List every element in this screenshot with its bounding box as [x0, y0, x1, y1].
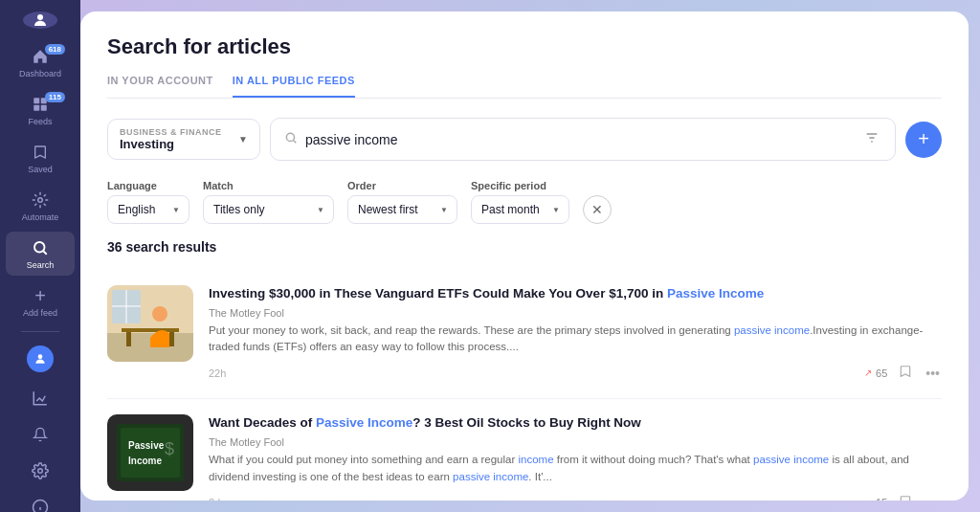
tab-public-feeds[interactable]: IN ALL PUBLIC FEEDS: [233, 75, 355, 98]
order-select[interactable]: Newest first Oldest first Most relevant: [347, 195, 457, 224]
tab-bar: IN YOUR ACCOUNT IN ALL PUBLIC FEEDS: [107, 75, 942, 99]
order-select-wrapper[interactable]: Newest first Oldest first Most relevant: [347, 195, 457, 224]
svg-text:Income: Income: [128, 456, 162, 466]
category-value: Investing: [120, 137, 231, 151]
sidebar-item-label: Feeds: [28, 117, 52, 126]
language-select[interactable]: English French Spanish German: [107, 195, 189, 224]
search-icon: [284, 131, 298, 147]
main-content: Search for articles IN YOUR ACCOUNT IN A…: [80, 11, 969, 501]
chevron-down-icon: ▼: [238, 134, 248, 145]
filter-language-label: Language: [107, 180, 189, 191]
svg-point-5: [38, 198, 43, 203]
period-select[interactable]: Past month Past week Past year All time: [471, 195, 569, 224]
svg-rect-20: [169, 332, 174, 346]
sidebar-item-search[interactable]: Search: [6, 232, 75, 276]
svg-rect-3: [33, 105, 39, 111]
period-select-wrapper[interactable]: Past month Past week Past year All time: [471, 195, 569, 224]
article-title-highlight: Passive Income: [667, 286, 764, 301]
dashboard-badge: 618: [45, 44, 65, 55]
sidebar: 618 Dashboard 115 Feeds Saved Automate S…: [0, 0, 80, 512]
bell-icon: [30, 424, 51, 445]
article-title-1[interactable]: Investing $30,000 in These Vanguard ETFs…: [209, 285, 942, 303]
search-input[interactable]: [305, 132, 855, 147]
feeds-badge: 115: [45, 92, 65, 102]
match-select-wrapper[interactable]: Titles only Full content Titles and cont…: [203, 195, 334, 224]
svg-text:$: $: [165, 439, 174, 458]
trending-icon-1: ↗: [864, 367, 872, 378]
more-button-1[interactable]: •••: [924, 364, 942, 383]
match-select[interactable]: Titles only Full content Titles and cont…: [203, 195, 334, 224]
svg-point-9: [33, 501, 48, 513]
filter-language: Language English French Spanish German: [107, 180, 189, 224]
avatar: [27, 345, 54, 372]
sidebar-item-automate[interactable]: Automate: [0, 184, 80, 228]
results-count: 36 search results: [107, 239, 942, 255]
info-icon: [30, 497, 51, 512]
sidebar-item-settings[interactable]: [0, 455, 80, 487]
article-actions-1: ↗ 65 •••: [864, 363, 942, 383]
article-trending-count-1: 65: [876, 367, 887, 379]
sidebar-item-label: Automate: [22, 212, 59, 222]
sidebar-item-label: Saved: [28, 165, 53, 174]
svg-rect-4: [41, 105, 47, 111]
more-button-2[interactable]: •••: [924, 493, 942, 501]
sidebar-bottom: [0, 327, 80, 512]
article-title-2[interactable]: Want Decades of Passive Income? 3 Best O…: [209, 414, 942, 433]
bookmark-icon: [30, 142, 51, 163]
clear-filters-button[interactable]: ✕: [583, 195, 612, 224]
article-footer-1: 22h ↗ 65 •••: [209, 363, 942, 383]
sidebar-item-dashboard[interactable]: 618 Dashboard: [0, 40, 80, 84]
bookmark-button-1[interactable]: [897, 363, 914, 383]
svg-point-0: [37, 14, 43, 20]
sidebar-item-label: Add feed: [23, 308, 57, 318]
filter-icon-btn[interactable]: [862, 128, 881, 150]
sidebar-item-profile-pic[interactable]: [0, 340, 80, 378]
svg-rect-1: [33, 98, 39, 103]
sidebar-item-info[interactable]: [0, 491, 80, 512]
sidebar-item-saved[interactable]: Saved: [0, 136, 80, 180]
sidebar-item-label: Dashboard: [19, 69, 61, 78]
tab-your-account[interactable]: IN YOUR ACCOUNT: [107, 75, 213, 98]
article-actions-2: ↗ 15 •••: [864, 493, 942, 501]
sidebar-item-analytics[interactable]: [0, 382, 80, 414]
filter-match: Match Titles only Full content Titles an…: [203, 180, 334, 224]
article-thumbnail-1: [107, 285, 193, 362]
bookmark-button-2[interactable]: [897, 493, 914, 501]
search-nav-icon: [30, 237, 51, 258]
article-excerpt-2: What if you could put money into somethi…: [209, 452, 942, 485]
category-select[interactable]: BUSINESS & FINANCE Investing ▼: [107, 119, 260, 160]
svg-rect-19: [126, 332, 131, 346]
sidebar-item-feeds[interactable]: 115 Feeds: [0, 88, 80, 132]
article-footer-2: 2d ↗ 15 •••: [209, 493, 942, 501]
trending-icon-2: ↗: [864, 498, 872, 501]
article-time-2: 2d: [209, 497, 220, 501]
article-stat-1: ↗ 65: [864, 367, 887, 379]
article-source-2: The Motley Fool: [209, 436, 942, 448]
article-content-1: Investing $30,000 in These Vanguard ETFs…: [209, 285, 942, 383]
svg-rect-18: [122, 328, 179, 332]
sidebar-divider: [21, 331, 59, 332]
article-card-2: Passive Income $ Want Decades of Passive…: [107, 399, 942, 501]
article-card: Investing $30,000 in These Vanguard ETFs…: [107, 270, 942, 399]
language-select-wrapper[interactable]: English French Spanish German: [107, 195, 189, 224]
filter-period-label: Specific period: [471, 180, 569, 191]
filter-order: Order Newest first Oldest first Most rel…: [347, 180, 457, 224]
analytics-icon: [30, 388, 51, 409]
article-content-2: Want Decades of Passive Income? 3 Best O…: [209, 414, 942, 501]
article-excerpt-1: Put your money to work, sit back, and re…: [209, 323, 942, 356]
sidebar-item-add-feed[interactable]: + Add feed: [0, 279, 80, 323]
add-button[interactable]: +: [905, 122, 942, 158]
filters-row: Language English French Spanish German M…: [107, 180, 942, 224]
svg-point-7: [38, 354, 43, 359]
article-stat-2: ↗ 15: [864, 497, 887, 501]
article-thumbnail-2: Passive Income $: [107, 414, 193, 491]
article-trending-count-2: 15: [876, 497, 887, 501]
search-bar: BUSINESS & FINANCE Investing ▼ +: [107, 118, 942, 161]
automate-icon: [30, 189, 51, 211]
sidebar-item-notifications[interactable]: [0, 418, 80, 451]
filter-period: Specific period Past month Past week Pas…: [471, 180, 569, 224]
sidebar-item-label: Search: [27, 260, 55, 270]
filter-order-label: Order: [347, 180, 457, 191]
sidebar-logo[interactable]: [23, 11, 57, 29]
svg-point-21: [152, 306, 167, 322]
